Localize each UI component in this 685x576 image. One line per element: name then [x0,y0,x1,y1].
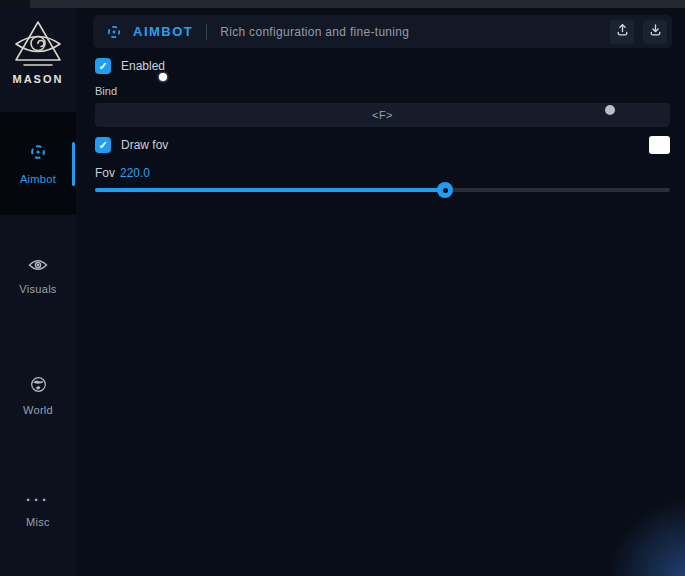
bind-indicator-dot [605,105,615,115]
enabled-row: ✓ Enabled [95,58,165,74]
draw-fov-row: ✓ Draw fov [95,137,168,153]
sidebar-item-misc[interactable]: ··· Misc [0,495,76,528]
bind-input[interactable]: <F> [95,103,670,127]
sidebar-item-label: Misc [26,516,50,528]
fov-slider[interactable] [95,188,670,192]
fov-slider-fill [95,188,445,192]
draw-fov-checkbox[interactable]: ✓ [95,137,111,153]
sidebar: MASON Aimbot Visuals [0,8,76,576]
check-icon: ✓ [98,60,107,73]
header-actions [610,20,667,44]
check-icon: ✓ [98,139,107,152]
active-tab-indicator [72,142,75,186]
sidebar-item-label: World [23,404,53,416]
eye-icon [28,258,48,276]
slider-handle-dot [443,188,448,193]
enabled-checkbox[interactable]: ✓ [95,58,111,74]
sidebar-item-world[interactable]: World [0,376,76,416]
ellipsis-icon: ··· [26,495,50,509]
sidebar-item-label: Aimbot [20,173,56,185]
app-window: MASON Aimbot Visuals [0,0,685,576]
sidebar-item-visuals[interactable]: Visuals [0,258,76,295]
window-top-edge [0,0,685,8]
sidebar-item-aimbot[interactable]: Aimbot [0,112,76,215]
globe-icon [30,376,47,397]
mouse-cursor-dot [159,73,167,81]
fov-label-row: Fov220.0 [95,166,150,180]
draw-fov-label: Draw fov [121,138,168,152]
fov-color-swatch[interactable] [649,136,670,154]
bind-value: <F> [372,109,393,121]
corner-glow [605,496,685,576]
crosshair-icon [29,143,47,165]
fov-value: 220.0 [120,166,150,180]
upload-icon [615,22,630,41]
fov-slider-handle[interactable] [437,182,453,198]
download-icon [648,22,663,41]
crosshair-icon [106,24,122,40]
section-header: AIMBOT Rich configuration and fine-tunin… [93,15,672,48]
main-panel: AIMBOT Rich configuration and fine-tunin… [76,8,685,576]
enabled-label: Enabled [121,59,165,73]
page-subtitle: Rich configuration and fine-tuning [220,25,409,39]
divider [206,24,207,40]
download-config-button[interactable] [643,20,667,44]
upload-config-button[interactable] [610,20,634,44]
sidebar-item-label: Visuals [19,283,56,295]
bind-label: Bind [95,85,117,97]
eye-pyramid-icon [0,20,76,68]
fov-label: Fov [95,166,115,180]
brand-logo: MASON [0,20,76,85]
brand-name: MASON [0,73,76,85]
page-title: AIMBOT [133,24,193,39]
